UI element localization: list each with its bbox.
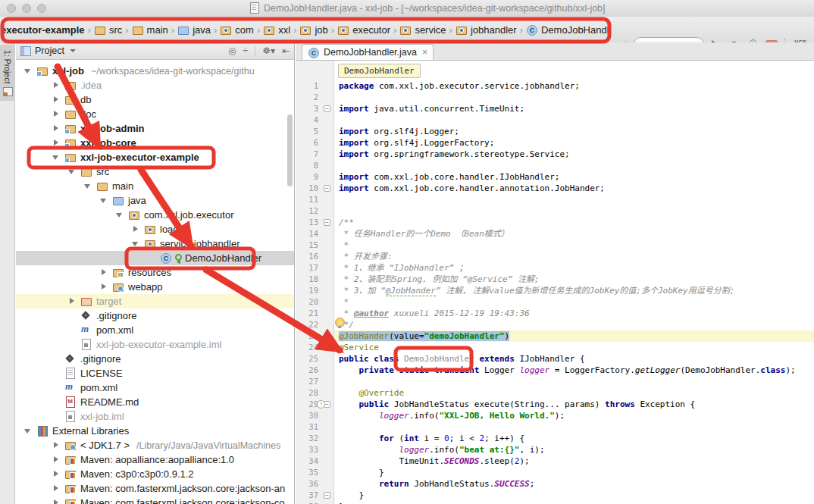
tree-item-pom-xml[interactable]: pom.xml [16, 380, 294, 395]
project-panel-title[interactable]: Project [35, 45, 64, 56]
package-icon [263, 24, 275, 36]
settings-gear-button[interactable]: ☸▾ [262, 45, 275, 56]
tree-item-xxl-job-core[interactable]: xxl-job-core [16, 136, 294, 150]
tree-expand-chevron[interactable] [67, 294, 77, 308]
tree-item-maven-c3p0-c3p0-0-9-1-2[interactable]: Maven: c3p0:c3p0:0.9.1.2 [16, 467, 294, 481]
breadcrumb-demojobhandler[interactable]: DemoJobHandler [526, 24, 611, 36]
code-line-19: * 3、加 “@JobHander” 注解, 注解value值为新增任务生成的J… [339, 285, 734, 296]
tree-item-xxl-job-executor-example-iml[interactable]: xxl-job-executor-example.iml [16, 337, 294, 352]
tree-collapse-chevron[interactable] [23, 424, 33, 438]
editor[interactable]: DemoJobHandler.java × DemoJobHandler 1pa… [296, 42, 814, 504]
tree-item-xxl-job-iml[interactable]: xxl-job.iml [16, 409, 294, 424]
tree-item-xxl-job[interactable]: xxl-job~/workspaces/idea-git-workspace/g… [16, 64, 294, 78]
tree-collapse-chevron[interactable] [115, 208, 124, 222]
tree-item-idea[interactable]: .idea [16, 78, 294, 92]
tree-item-label: .gitignore [80, 353, 121, 365]
tree-item-src[interactable]: src [16, 164, 294, 179]
tree-expand-chevron[interactable] [99, 265, 108, 280]
collapse-all-button[interactable]: ÷ [243, 45, 249, 56]
tree-expand-chevron[interactable] [131, 222, 140, 236]
sidebar-item-project[interactable]: 1: Project [0, 45, 15, 101]
tree-item-label: xxl-job-executor-example.iml [96, 339, 221, 350]
fold-marker-icon[interactable]: − [324, 185, 330, 192]
tree-item-db[interactable]: db [16, 92, 294, 107]
tree-item-label: xxl-job-admin [80, 123, 145, 134]
tree-item-label: xxl-job-core [80, 137, 136, 149]
tree-collapse-chevron[interactable] [23, 64, 33, 78]
tree-item-target[interactable]: target [16, 294, 294, 308]
tree-item-jdk1-7[interactable]: < JDK1.7 >/Library/Java/JavaVirtualMachi… [16, 438, 294, 452]
tree-item-com-xxl-job-executor[interactable]: com.xxl.job.executor [16, 208, 294, 222]
package-icon [399, 24, 412, 36]
tree-expand-chevron[interactable] [52, 438, 61, 452]
fold-marker-icon[interactable]: − [324, 333, 330, 340]
tree-item-xxl-job-executor-example[interactable]: xxl-job-executor-example [16, 150, 294, 164]
tree-collapse-chevron[interactable] [99, 193, 108, 208]
tree-item-xxl-job-admin[interactable]: xxl-job-admin [16, 121, 294, 136]
tree-expand-chevron[interactable] [52, 78, 61, 92]
tree-expand-chevron[interactable] [52, 467, 61, 481]
zoom-window-button[interactable] [37, 4, 46, 13]
breadcrumb-executor-example[interactable]: executor-example [1, 24, 85, 36]
tree-item-gitignore[interactable]: .gitignore [16, 352, 294, 366]
code-line-25: public class DemoJobHandler extends IJob… [339, 353, 585, 365]
breadcrumb-executor[interactable]: executor [337, 24, 390, 36]
tree-expand-chevron[interactable] [99, 280, 108, 294]
tree-item-readme-md[interactable]: README.md [16, 395, 294, 409]
tree-item-service-jobhandler[interactable]: service.jobhandler [16, 236, 294, 251]
breadcrumb-jobhandler[interactable]: jobhandler [456, 24, 517, 36]
line-number: 22 [296, 319, 318, 330]
breadcrumb-src[interactable]: src [94, 24, 122, 36]
tree-item-license[interactable]: LICENSE [16, 366, 294, 380]
tree-collapse-chevron[interactable] [131, 236, 140, 251]
breadcrumb-main[interactable]: main [132, 24, 168, 36]
code-area[interactable]: 1package com.xxl.job.executor.service.jo… [296, 42, 814, 504]
breadcrumb-service[interactable]: service [399, 24, 446, 36]
tree-item-label: main [112, 180, 133, 192]
tree-collapse-chevron[interactable] [67, 164, 77, 179]
tree-expand-chevron[interactable] [52, 92, 61, 107]
breadcrumb-xxl[interactable]: xxl [263, 24, 290, 36]
fold-marker-icon[interactable]: − [324, 105, 330, 112]
tree-expand-chevron[interactable] [52, 136, 61, 150]
tree-scrollbar[interactable] [287, 114, 293, 186]
tree-expand-chevron[interactable] [52, 481, 61, 496]
tree-item-maven-com-fasterxml-jackson-core-jackson-co[interactable]: Maven: com.fasterxml.jackson.core:jackso… [16, 496, 294, 504]
tree-expand-chevron[interactable] [52, 121, 61, 136]
tree-item-label: README.md [80, 396, 139, 408]
tree-item-demojobhandler[interactable]: DemoJobHandler [16, 251, 294, 265]
hide-panel-button[interactable]: ⇤ [282, 45, 290, 56]
tree-chevron-spacer [67, 337, 77, 352]
tree-expand-chevron[interactable] [52, 107, 61, 121]
tree-item-external-libraries[interactable]: External Libraries [16, 424, 294, 438]
chevron-down-icon[interactable] [70, 49, 76, 52]
tree-expand-chevron[interactable] [52, 452, 61, 467]
tree-item-label: < JDK1.7 > [80, 440, 130, 451]
tree-item-main[interactable]: main [16, 179, 294, 193]
tree-item-label: xxl-job [52, 65, 84, 77]
tree-item-resources[interactable]: resources [16, 265, 294, 280]
tree-item-java[interactable]: java [16, 193, 294, 208]
tree-item-webapp[interactable]: webapp [16, 280, 294, 294]
tree-item-maven-aopalliance-aopalliance-1-0[interactable]: Maven: aopalliance:aopalliance:1.0 [16, 452, 294, 467]
tree-item-maven-com-fasterxml-jackson-core-jackson-an[interactable]: Maven: com.fasterxml.jackson.core:jackso… [16, 481, 294, 496]
minimize-window-button[interactable] [22, 4, 31, 13]
breadcrumb-job[interactable]: job [299, 24, 327, 36]
scroll-from-source-button[interactable]: ◎ [228, 45, 236, 56]
tree-collapse-chevron[interactable] [52, 150, 61, 164]
overriding-method-icon[interactable]: ↑ [317, 400, 325, 409]
breadcrumb-java[interactable]: java [177, 24, 211, 36]
tree-item-loader[interactable]: loader [16, 222, 294, 236]
fold-marker-icon[interactable]: − [324, 219, 330, 226]
fold-marker-icon[interactable]: − [324, 344, 330, 351]
tree-item-gitignore[interactable]: .gitignore [16, 308, 294, 323]
tree-collapse-chevron[interactable] [83, 179, 92, 193]
tree-item-doc[interactable]: doc [16, 107, 294, 121]
tree-expand-chevron[interactable] [52, 496, 61, 504]
navigation-bar: executor-example›src›main›java›com›xxl›j… [0, 17, 814, 43]
tree-item-pom-xml[interactable]: pom.xml [16, 323, 294, 337]
breadcrumb-com[interactable]: com [220, 24, 254, 36]
breadcrumb-separator-icon: › [331, 24, 334, 36]
close-window-button[interactable] [7, 4, 16, 13]
fold-marker-icon[interactable]: − [324, 492, 330, 499]
